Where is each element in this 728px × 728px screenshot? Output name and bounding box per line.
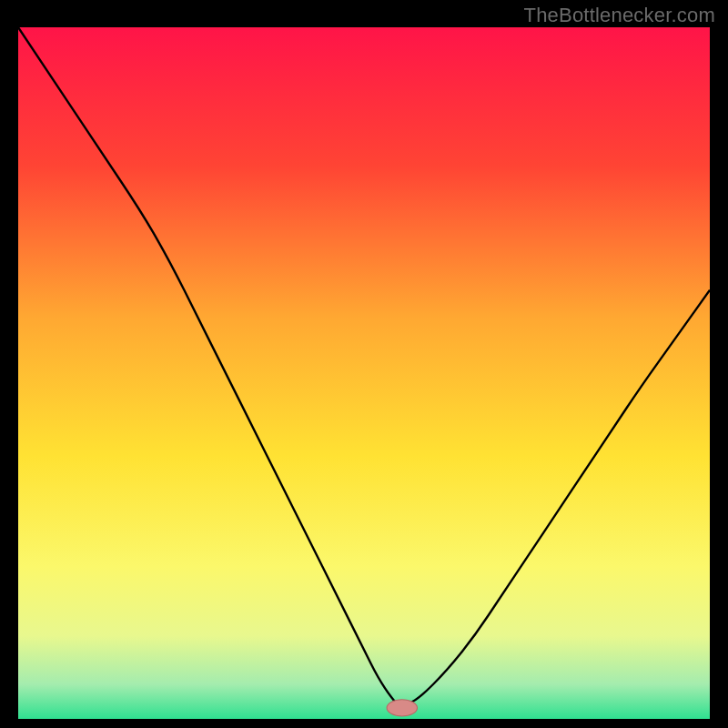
watermark-text: TheBottlenecker.com	[524, 4, 715, 27]
bottleneck-plot	[18, 27, 710, 719]
chart-frame: TheBottlenecker.com	[0, 0, 728, 728]
optimal-point-marker	[387, 700, 417, 716]
gradient-background	[18, 27, 710, 719]
